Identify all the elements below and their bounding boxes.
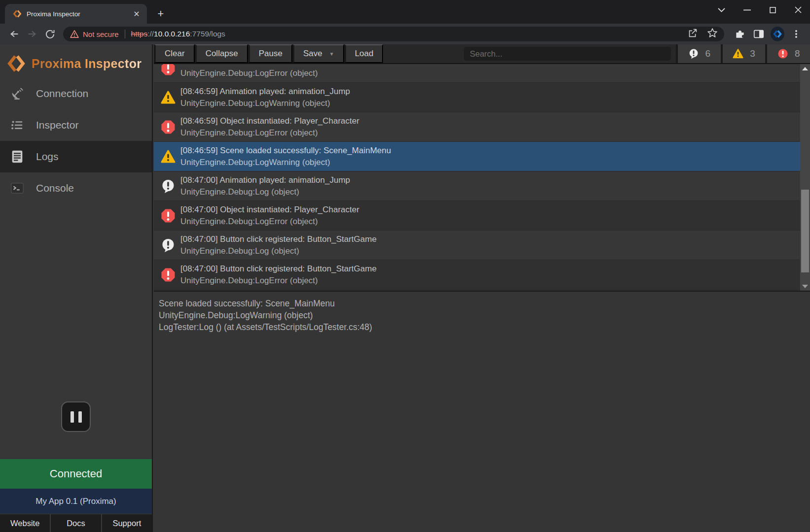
window-close-button[interactable] bbox=[794, 6, 802, 14]
warning-icon bbox=[161, 149, 176, 164]
reload-button[interactable] bbox=[42, 27, 57, 41]
browser-titlebar: Proxima Inspector ✕ + bbox=[0, 0, 810, 24]
proxima-logo-icon bbox=[7, 54, 26, 73]
pause-icon bbox=[70, 411, 74, 423]
sidebar: Proxima Inspector Connection bbox=[0, 44, 153, 532]
log-entry[interactable]: [08:47:00] Object instantiated: Player_C… bbox=[154, 201, 810, 231]
browser-menu-icon[interactable] bbox=[789, 27, 803, 41]
search-input[interactable] bbox=[464, 47, 671, 61]
browser-tab[interactable]: Proxima Inspector ✕ bbox=[5, 4, 147, 24]
sidebar-footer: Website Docs Support bbox=[0, 514, 152, 532]
sidebar-item-console[interactable]: Console bbox=[0, 172, 152, 204]
new-tab-button[interactable]: + bbox=[154, 9, 168, 23]
not-secure-warning-icon bbox=[70, 30, 79, 38]
sidebar-item-inspector[interactable]: Inspector bbox=[0, 109, 152, 141]
sidebar-item-connection[interactable]: Connection bbox=[0, 78, 152, 109]
pause-stream-button[interactable] bbox=[61, 401, 91, 432]
bookmark-star-icon[interactable] bbox=[706, 27, 718, 41]
connection-status-badge: Connected bbox=[0, 459, 152, 489]
error-icon bbox=[777, 48, 788, 59]
scroll-up-icon[interactable] bbox=[800, 64, 810, 73]
profile-avatar[interactable] bbox=[771, 27, 784, 41]
log-entry[interactable]: [08:47:00] Button click registered: Butt… bbox=[154, 260, 810, 290]
log-entry[interactable]: UnityEngine.Debug:LogError (object) bbox=[154, 64, 810, 83]
app-title: Proxima Inspector bbox=[32, 57, 141, 71]
log-entry[interactable]: [08:46:59] Scene loaded successfully: Sc… bbox=[154, 142, 810, 171]
forward-button[interactable] bbox=[25, 27, 39, 41]
pause-button[interactable]: Pause bbox=[248, 44, 292, 63]
url-text: https://10.0.0.216:7759/logs bbox=[131, 30, 225, 38]
error-icon bbox=[161, 64, 176, 76]
info-icon bbox=[161, 179, 176, 194]
support-link[interactable]: Support bbox=[101, 514, 152, 532]
error-icon bbox=[161, 208, 176, 223]
share-icon[interactable] bbox=[687, 27, 699, 41]
extensions-puzzle-icon[interactable] bbox=[733, 27, 747, 41]
address-bar[interactable]: Not secure https://10.0.0.216:7759/logs bbox=[63, 27, 724, 41]
omnibox-divider bbox=[125, 30, 125, 38]
logs-toolbar: Clear Collapse Pause Save▼ Load 6 bbox=[154, 44, 810, 64]
log-entry[interactable]: [08:47:00] Button click registered: Butt… bbox=[154, 231, 810, 260]
side-panel-icon[interactable] bbox=[752, 27, 766, 41]
connected-app-label: My App 0.1 (Proxima) bbox=[0, 489, 152, 514]
avatar-proxima-blue-icon bbox=[771, 27, 784, 41]
docs-link[interactable]: Docs bbox=[50, 514, 101, 532]
app-logo: Proxima Inspector bbox=[0, 44, 152, 75]
log-detail-pane: Scene loaded successfully: Scene_MainMen… bbox=[154, 291, 810, 532]
error-count-filter[interactable]: 8 bbox=[765, 44, 810, 63]
log-entry[interactable]: [08:46:59] Object instantiated: Player_C… bbox=[154, 112, 810, 142]
info-icon bbox=[161, 238, 176, 253]
tab-close-icon[interactable]: ✕ bbox=[131, 8, 142, 19]
website-link[interactable]: Website bbox=[0, 514, 50, 532]
not-secure-label: Not secure bbox=[83, 30, 119, 38]
warning-icon bbox=[733, 48, 743, 59]
error-icon bbox=[161, 120, 176, 134]
back-button[interactable] bbox=[7, 27, 22, 41]
log-list: UnityEngine.Debug:LogError (object) [08:… bbox=[154, 64, 810, 291]
error-icon bbox=[161, 267, 176, 282]
window-minimize-button[interactable] bbox=[743, 6, 751, 14]
tab-title: Proxima Inspector bbox=[27, 10, 131, 18]
document-icon bbox=[9, 149, 25, 165]
window-maximize-button[interactable] bbox=[769, 6, 776, 14]
collapse-button[interactable]: Collapse bbox=[195, 44, 248, 63]
sidebar-item-logs[interactable]: Logs bbox=[0, 141, 152, 172]
browser-window: Proxima Inspector ✕ + bbox=[0, 0, 810, 532]
save-button[interactable]: Save▼ bbox=[292, 44, 344, 63]
tab-search-chevron-icon[interactable] bbox=[717, 6, 725, 14]
proxima-favicon-icon bbox=[13, 9, 22, 18]
sidebar-nav: Connection Inspector bbox=[0, 78, 152, 204]
clear-button[interactable]: Clear bbox=[154, 44, 195, 63]
info-count-filter[interactable]: 6 bbox=[676, 44, 721, 63]
detail-trace-line2: LogTester:Log () (at Assets/TestScripts/… bbox=[159, 321, 805, 333]
scrollbar-thumb[interactable] bbox=[801, 190, 809, 272]
terminal-icon bbox=[9, 180, 25, 196]
load-button[interactable]: Load bbox=[344, 44, 384, 63]
info-icon bbox=[688, 48, 699, 59]
log-entry[interactable]: [08:46:59] Animation played: animation_J… bbox=[154, 83, 810, 112]
detail-trace-line1: UnityEngine.Debug:LogWarning (object) bbox=[159, 309, 805, 321]
page-content: Proxima Inspector Connection bbox=[0, 44, 810, 532]
save-dropdown-icon[interactable]: ▼ bbox=[329, 51, 334, 57]
browser-address-bar: Not secure https://10.0.0.216:7759/logs bbox=[0, 24, 810, 44]
log-count-filters: 6 3 8 bbox=[676, 44, 810, 63]
warning-icon bbox=[161, 90, 176, 105]
detail-message: Scene loaded successfully: Scene_MainMen… bbox=[159, 298, 805, 309]
log-scrollbar[interactable] bbox=[800, 64, 810, 291]
scroll-down-icon[interactable] bbox=[800, 282, 810, 291]
satellite-icon bbox=[9, 86, 25, 101]
logs-panel: Clear Collapse Pause Save▼ Load 6 bbox=[154, 44, 810, 532]
log-entry[interactable]: [08:47:00] Animation played: animation_J… bbox=[154, 171, 810, 201]
warning-count-filter[interactable]: 3 bbox=[721, 44, 766, 63]
list-icon bbox=[9, 117, 25, 133]
